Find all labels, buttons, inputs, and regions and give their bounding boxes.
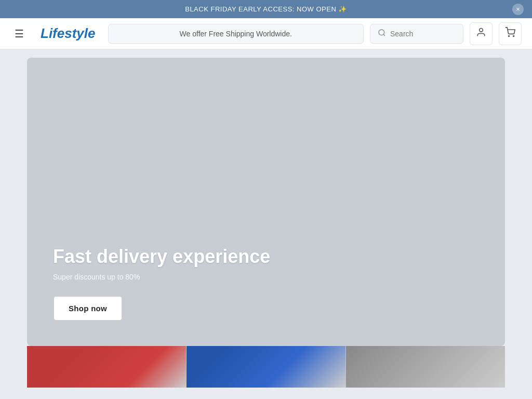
svg-point-3 [509,36,510,37]
announcement-text: BLACK FRIDAY EARLY ACCESS: NOW OPEN [185,5,336,13]
hamburger-icon: ☰ [15,28,24,40]
cart-button[interactable] [499,22,522,45]
hero-content: Fast delivery experience Super discounts… [53,246,270,321]
navbar: ☰ Lifestyle We offer Free Shipping World… [0,18,532,49]
user-icon [476,27,486,40]
logo-text: Lifestyle [41,25,96,42]
svg-line-1 [383,34,385,36]
shipping-banner: We offer Free Shipping Worldwide. [108,24,364,44]
hero-subtitle: Super discounts up to 80% [53,273,270,281]
search-box[interactable] [370,24,463,44]
announcement-bar: BLACK FRIDAY EARLY ACCESS: NOW OPEN ✨ × [0,0,532,18]
product-thumb-3[interactable] [346,346,505,388]
menu-button[interactable]: ☰ [10,23,28,44]
cart-icon [505,27,515,40]
hero-banner: Fast delivery experience Super discounts… [27,58,505,346]
svg-point-2 [480,29,483,32]
announcement-close-button[interactable]: × [512,4,524,15]
product-thumb-2[interactable] [187,346,346,388]
product-thumbnails-row [27,346,505,388]
product-thumb-1[interactable] [27,346,187,388]
main-content: Fast delivery experience Super discounts… [0,49,532,396]
svg-point-0 [379,30,384,35]
user-account-button[interactable] [470,22,493,45]
shop-now-button[interactable]: Shop now [53,296,123,321]
announcement-sparkle: ✨ [338,5,347,13]
shipping-text: We offer Free Shipping Worldwide. [180,30,292,38]
search-icon [378,29,386,39]
logo[interactable]: Lifestyle [34,25,102,42]
svg-point-4 [513,36,514,37]
hero-title: Fast delivery experience [53,246,270,268]
search-input[interactable] [390,30,456,38]
